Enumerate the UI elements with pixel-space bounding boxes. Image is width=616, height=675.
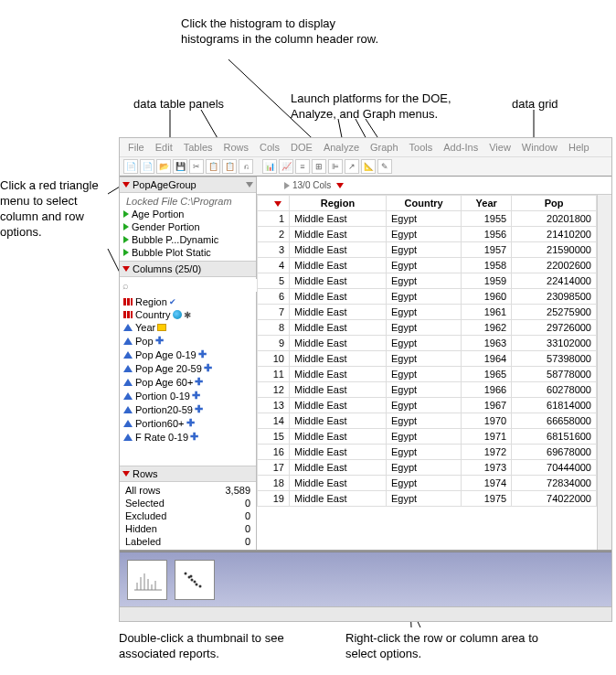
table-row[interactable]: 10Middle EastEgypt196457398000 — [258, 351, 597, 367]
table-row[interactable]: 17Middle EastEgypt197370444000 — [258, 460, 597, 476]
table-row[interactable]: 19Middle EastEgypt197574022000 — [258, 491, 597, 507]
red-triangle-icon[interactable] — [122, 266, 130, 272]
toolbar-button-12[interactable]: ⊞ — [312, 159, 326, 174]
column-header[interactable]: Year — [462, 196, 512, 211]
column-item[interactable]: Year — [123, 321, 252, 334]
column-header[interactable]: Region — [290, 196, 387, 211]
menu-doe[interactable]: DOE — [286, 141, 317, 154]
toolbar-button-2[interactable]: 📂 — [156, 159, 171, 174]
column-item[interactable]: Pop Age 0-19✚ — [123, 348, 252, 361]
nominal-icon — [123, 298, 133, 305]
continuous-icon — [123, 365, 133, 372]
table-row[interactable]: 18Middle EastEgypt197472834000 — [258, 476, 597, 491]
columns-panel-body: Region✔Country✱YearPop✚Pop Age 0-19✚Pop … — [120, 294, 256, 466]
red-triangle-icon[interactable] — [274, 201, 281, 207]
menu-window[interactable]: Window — [517, 141, 562, 154]
table-row[interactable]: 9Middle EastEgypt196333102000 — [258, 336, 597, 351]
rows-panel-header[interactable]: Rows — [120, 466, 256, 482]
script-item[interactable]: Age Portion — [123, 208, 252, 220]
column-item[interactable]: Country✱ — [123, 308, 252, 321]
column-item[interactable]: Portion20-59✚ — [123, 402, 252, 416]
toolbar-button-13[interactable]: ⊫ — [328, 159, 343, 174]
green-triangle-icon — [123, 210, 129, 218]
table-row[interactable]: 8Middle EastEgypt196229726000 — [258, 320, 597, 336]
continuous-icon — [123, 420, 133, 427]
red-triangle-icon[interactable] — [122, 182, 130, 188]
menu-graph[interactable]: Graph — [366, 141, 403, 154]
rows-count-line: All rows3,589 — [123, 484, 252, 497]
table-row[interactable]: 2Middle EastEgypt195621410200 — [258, 227, 597, 242]
data-grid-table[interactable]: RegionCountryYearPop 1Middle EastEgypt19… — [257, 195, 597, 507]
column-item[interactable]: Pop✚ — [123, 334, 252, 348]
table-row[interactable]: 3Middle EastEgypt195721590000 — [258, 242, 597, 258]
toolbar-button-0[interactable]: 📄 — [123, 159, 138, 174]
table-row[interactable]: 15Middle EastEgypt197168151600 — [258, 429, 597, 445]
column-header[interactable] — [258, 196, 290, 211]
column-item[interactable]: Pop Age 20-59✚ — [123, 361, 252, 375]
columns-panel-header[interactable]: Columns (25/0) — [120, 261, 256, 277]
column-item[interactable]: Pop Age 60+✚ — [123, 375, 252, 389]
script-item[interactable]: Bubble Plot Static — [123, 246, 252, 259]
menu-tables[interactable]: Tables — [179, 141, 218, 154]
toolbar-button-9[interactable]: 📊 — [262, 159, 277, 174]
menu-cols[interactable]: Cols — [255, 141, 284, 154]
menu-file[interactable]: File — [123, 141, 149, 154]
locked-file-text: Locked File C:\Program — [123, 195, 252, 208]
toolbar-button-6[interactable]: 📋 — [222, 159, 237, 174]
menu-help[interactable]: Help — [564, 141, 594, 154]
menu-add-ins[interactable]: Add-Ins — [439, 141, 483, 154]
table-row[interactable]: 6Middle EastEgypt196023098500 — [258, 289, 597, 305]
menu-rows[interactable]: Rows — [219, 141, 254, 154]
green-triangle-icon — [123, 236, 129, 243]
table-row[interactable]: 4Middle EastEgypt195822002600 — [258, 258, 597, 273]
column-item[interactable]: Portion60+✚ — [123, 416, 252, 430]
table-row[interactable]: 1Middle EastEgypt195520201800 — [258, 211, 597, 227]
column-item[interactable]: Portion 0-19✚ — [123, 389, 252, 402]
disclosure-icon[interactable] — [246, 182, 253, 188]
column-item[interactable]: Region✔ — [123, 295, 252, 308]
grid-top-info: 13/0 Cols — [257, 177, 611, 195]
data-grid: 13/0 Cols RegionCountryYearPop 1Middle E… — [257, 177, 611, 550]
toolbar-button-3[interactable]: 💾 — [173, 159, 187, 174]
report-thumbnail[interactable] — [127, 560, 167, 600]
menu-tools[interactable]: Tools — [405, 141, 438, 154]
table-row[interactable]: 16Middle EastEgypt197269678000 — [258, 445, 597, 460]
column-item[interactable]: F Rate 0-19✚ — [123, 430, 252, 444]
table-row[interactable]: 12Middle EastEgypt196660278000 — [258, 382, 597, 398]
table-row[interactable]: 5Middle EastEgypt195922414000 — [258, 273, 597, 289]
red-triangle-icon[interactable] — [122, 471, 130, 477]
red-triangle-icon[interactable] — [336, 183, 344, 188]
vertical-scrollbar[interactable] — [597, 195, 611, 550]
menu-analyze[interactable]: Analyze — [319, 141, 364, 154]
toolbar-button-15[interactable]: 📐 — [361, 159, 376, 174]
report-thumbnail[interactable] — [175, 560, 215, 600]
toolbar-button-10[interactable]: 📈 — [279, 159, 293, 174]
script-item[interactable]: Bubble P...Dynamic — [123, 233, 252, 246]
column-search-input[interactable] — [133, 279, 262, 292]
plus-icon: ✚ — [195, 376, 203, 388]
toolbar-button-4[interactable]: ✂ — [189, 159, 204, 174]
svg-point-21 — [194, 580, 196, 583]
svg-point-22 — [190, 574, 193, 577]
table-row[interactable]: 13Middle EastEgypt196761814000 — [258, 398, 597, 413]
annotation-launch: Launch platforms for the DOE, Analyze, a… — [291, 91, 473, 123]
menu-view[interactable]: View — [484, 141, 515, 154]
table-row[interactable]: 14Middle EastEgypt197066658000 — [258, 413, 597, 429]
rows-count-line: Selected0 — [123, 497, 252, 509]
column-header[interactable]: Pop — [512, 196, 597, 211]
toolbar-button-16[interactable]: ✎ — [377, 159, 392, 174]
toolbar-button-1[interactable]: 📄 — [140, 159, 154, 174]
menu-edit[interactable]: Edit — [151, 141, 177, 154]
toolbar-button-5[interactable]: 📋 — [206, 159, 220, 174]
table-panel-title: PopAgeGroup — [133, 179, 196, 190]
column-header[interactable]: Country — [386, 196, 461, 211]
table-row[interactable]: 7Middle EastEgypt196125275900 — [258, 305, 597, 320]
table-row[interactable]: 11Middle EastEgypt196558778000 — [258, 367, 597, 382]
main-area: PopAgeGroup Locked File C:\Program Age P… — [120, 177, 611, 552]
gray-triangle-icon[interactable] — [284, 182, 290, 189]
toolbar-button-7[interactable]: ⎌ — [239, 159, 253, 174]
toolbar-button-11[interactable]: ≡ — [295, 159, 310, 174]
toolbar-button-14[interactable]: ↗ — [345, 159, 359, 174]
table-panel-header[interactable]: PopAgeGroup — [120, 177, 256, 193]
script-item[interactable]: Gender Portion — [123, 220, 252, 233]
